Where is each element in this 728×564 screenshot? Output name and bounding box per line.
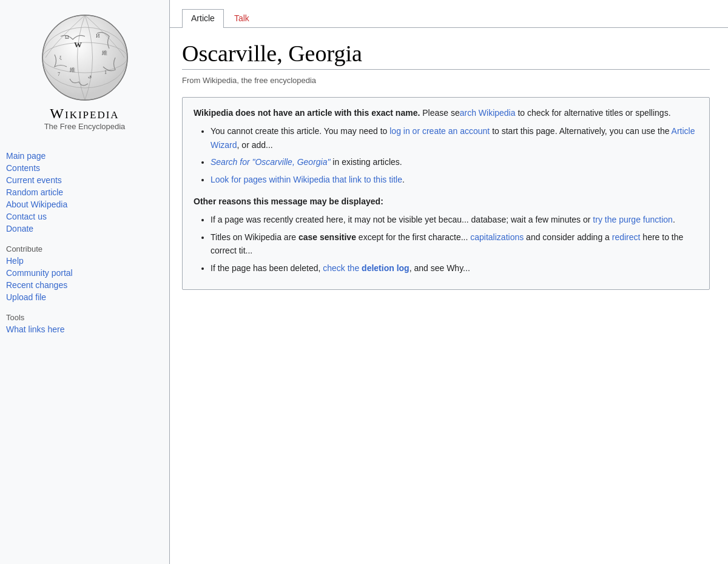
other-bullet-3: If the page has been deleted, check the … — [211, 261, 698, 275]
random-article-link[interactable]: Random article — [6, 187, 63, 197]
svg-text:W: W — [74, 40, 82, 49]
sidebar-contribute: Contribute Help Community portal Recent … — [6, 244, 163, 304]
notice-bullet-2: Search for "Oscarville, Georgia" in exis… — [211, 155, 698, 169]
nav-list: Main page Contents Current events Random… — [6, 151, 163, 234]
notice-bullets: You cannot create this article. You may … — [211, 124, 698, 186]
main-page-link[interactable]: Main page — [6, 151, 46, 161]
main-content-area: Article Talk Oscarville, Georgia From Wi… — [170, 0, 728, 564]
community-portal-link[interactable]: Community portal — [6, 268, 73, 278]
about-wikipedia-link[interactable]: About Wikipedia — [6, 200, 67, 209]
notice-bold-text: Wikipedia does not have an article with … — [194, 108, 420, 118]
contribute-heading: Contribute — [6, 244, 163, 253]
login-or-create-link[interactable]: log in or create an account — [389, 126, 490, 136]
redirect-link[interactable]: redirect — [612, 232, 641, 242]
svg-text:Ω: Ω — [65, 34, 69, 40]
svg-text:維: 維 — [69, 67, 75, 73]
donate-link[interactable]: Donate — [6, 224, 33, 233]
svg-text:И: И — [96, 33, 100, 39]
notice-box: Wikipedia does not have an article with … — [182, 97, 710, 290]
tab-article[interactable]: Article — [182, 9, 224, 28]
sidebar: W Ω И 維 ξ 維 ى 7 1 Wikipedia The Free Enc… — [0, 0, 170, 564]
current-events-link[interactable]: Current events — [6, 175, 62, 185]
sidebar-tools: Tools What links here — [6, 313, 163, 337]
contribute-list: Help Community portal Recent changes Upl… — [6, 256, 163, 303]
notice-main-text: Wikipedia does not have an article with … — [194, 106, 698, 119]
purge-function-link[interactable]: try the purge function — [593, 215, 673, 224]
check-deletion-log-link[interactable]: check the deletion log — [323, 263, 409, 273]
help-link[interactable]: Help — [6, 256, 24, 266]
sidebar-navigation: Main page Contents Current events Random… — [6, 149, 163, 236]
sidebar-item-upload-file[interactable]: Upload file — [6, 292, 163, 303]
sidebar-item-random-article[interactable]: Random article — [6, 187, 163, 198]
case-sensitive-bold: case sensitive — [298, 232, 356, 242]
recent-changes-link[interactable]: Recent changes — [6, 280, 67, 290]
svg-text:ى: ى — [88, 73, 92, 79]
notice-bullet-3: Look for pages within Wikipedia that lin… — [211, 173, 698, 186]
tools-heading: Tools — [6, 313, 163, 322]
svg-text:ξ: ξ — [59, 55, 62, 61]
search-wikipedia-link[interactable]: arch Wikipedia — [460, 108, 516, 118]
article-from-label: From Wikipedia, the free encyclopedia — [182, 76, 710, 85]
sidebar-item-community-portal[interactable]: Community portal — [6, 268, 163, 278]
wiki-title: Wikipedia — [50, 106, 119, 122]
other-reasons-heading: Other reasons this message may be displa… — [194, 195, 698, 208]
capitalizations-link[interactable]: capitalizations — [470, 232, 524, 242]
wikipedia-globe-icon: W Ω И 維 ξ 維 ى 7 1 — [36, 6, 133, 103]
sidebar-item-current-events[interactable]: Current events — [6, 175, 163, 186]
tabs-bar: Article Talk — [170, 0, 728, 28]
tools-list: What links here — [6, 324, 163, 335]
sidebar-item-contents[interactable]: Contents — [6, 163, 163, 173]
sidebar-item-help[interactable]: Help — [6, 256, 163, 266]
sidebar-item-what-links-here[interactable]: What links here — [6, 324, 163, 335]
sidebar-item-contact-us[interactable]: Contact us — [6, 212, 163, 222]
notice-bullet-1: You cannot create this article. You may … — [211, 124, 698, 152]
logo-area: W Ω И 維 ξ 維 ى 7 1 Wikipedia The Free Enc… — [6, 6, 163, 141]
what-links-here-link[interactable]: What links here — [6, 324, 64, 334]
look-for-pages-link[interactable]: Look for pages within Wikipedia that lin… — [211, 175, 402, 184]
other-bullet-1: If a page was recently created here, it … — [211, 213, 698, 226]
tab-talk[interactable]: Talk — [225, 9, 258, 28]
sidebar-item-main-page[interactable]: Main page — [6, 151, 163, 161]
wiki-subtitle: The Free Encyclopedia — [44, 122, 126, 131]
other-reasons-bullets: If a page was recently created here, it … — [211, 213, 698, 275]
article-content: Oscarville, Georgia From Wikipedia, the … — [170, 28, 728, 564]
contact-us-link[interactable]: Contact us — [6, 212, 47, 221]
svg-text:7: 7 — [58, 72, 60, 77]
deletion-log-bold: deletion log — [362, 263, 410, 273]
sidebar-item-about-wikipedia[interactable]: About Wikipedia — [6, 200, 163, 210]
svg-text:1: 1 — [104, 70, 107, 75]
other-bullet-2: Titles on Wikipedia are case sensitive e… — [211, 230, 698, 258]
search-for-link[interactable]: Search for "Oscarville, Georgia" — [211, 157, 330, 167]
article-title: Oscarville, Georgia — [182, 40, 710, 70]
sidebar-item-donate[interactable]: Donate — [6, 224, 163, 234]
contents-link[interactable]: Contents — [6, 163, 40, 173]
svg-text:維: 維 — [101, 50, 107, 56]
sidebar-item-recent-changes[interactable]: Recent changes — [6, 280, 163, 290]
upload-file-link[interactable]: Upload file — [6, 292, 46, 302]
